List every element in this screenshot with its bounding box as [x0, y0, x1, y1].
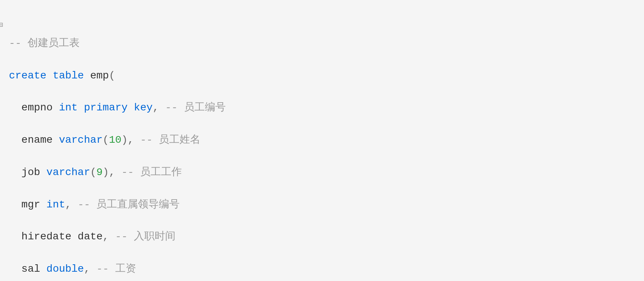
sql-identifier: empno	[22, 102, 53, 113]
code-line[interactable]: sal double, -- 工资	[4, 261, 644, 277]
sql-identifier: sal	[22, 263, 40, 275]
sql-type: varchar	[59, 134, 103, 146]
punct: (	[90, 167, 96, 178]
code-line[interactable]: mgr int, -- 员工直属领导编号	[4, 197, 644, 213]
code-line[interactable]: hiredate date, -- 入职时间	[4, 229, 644, 245]
sql-identifier: ename	[22, 134, 53, 146]
punct: ,	[65, 199, 71, 210]
sql-identifier: job	[22, 167, 40, 178]
sql-type: date	[78, 231, 103, 242]
sql-comment: -- 员工直属领导编号	[78, 199, 180, 210]
code-line[interactable]: ename varchar(10), -- 员工姓名	[4, 132, 644, 148]
punct: )	[103, 167, 109, 178]
punct: ,	[153, 102, 159, 113]
sql-comment: -- 工资	[96, 263, 136, 275]
sql-identifier: hiredate	[22, 231, 71, 242]
code-line[interactable]: job varchar(9), -- 员工工作	[4, 164, 644, 180]
sql-comment: -- 入职时间	[115, 231, 176, 242]
sql-type: double	[46, 263, 84, 275]
sql-comment: -- 员工工作	[122, 167, 182, 178]
punct: ,	[103, 231, 109, 242]
code-line[interactable]: create table emp(	[4, 68, 644, 84]
sql-identifier: emp	[90, 70, 109, 81]
code-line[interactable]: -- 创建员工表	[4, 35, 644, 51]
sql-comment: -- 员工编号	[165, 102, 225, 113]
sql-comment: -- 员工姓名	[140, 134, 200, 146]
punct: (	[109, 70, 115, 81]
sql-type: int	[59, 102, 77, 113]
punct: )	[121, 134, 128, 146]
sql-type: int	[46, 199, 65, 210]
sql-number: 9	[96, 167, 103, 178]
sql-keyword: primary	[84, 102, 128, 113]
punct: (	[103, 134, 109, 146]
sql-identifier: mgr	[22, 199, 40, 210]
sql-comment: -- 创建员工表	[9, 38, 80, 49]
sql-keyword: create	[9, 70, 46, 81]
sql-keyword: key	[134, 102, 152, 113]
fold-toggle-icon[interactable]: ⊟	[0, 19, 3, 31]
code-line[interactable]: empno int primary key, -- 员工编号	[4, 100, 644, 116]
code-editor[interactable]: ⊟ -- 创建员工表 create table emp( empno int p…	[0, 0, 644, 281]
punct: ,	[84, 263, 90, 275]
sql-keyword: table	[53, 70, 84, 81]
punct: ,	[109, 167, 115, 178]
punct: ,	[128, 134, 134, 146]
sql-type: varchar	[46, 167, 90, 178]
sql-number: 10	[109, 134, 122, 146]
